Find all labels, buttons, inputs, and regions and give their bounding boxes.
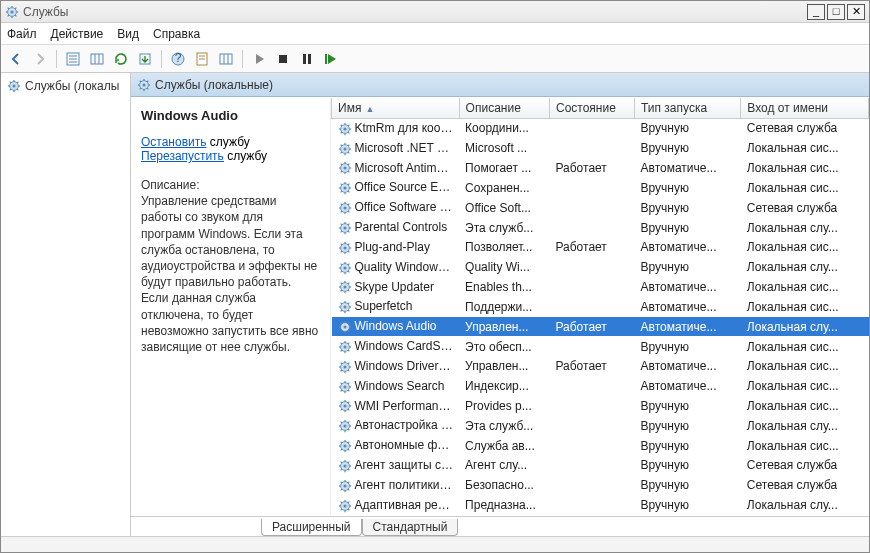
cell-state: Работает <box>549 237 634 257</box>
table-row[interactable]: Windows AudioУправлен...РаботаетАвтомати… <box>332 317 869 337</box>
table-row[interactable]: Автонастройка W...Эта служб...ВручнуюЛок… <box>332 416 869 436</box>
stop-service-link[interactable]: Остановить <box>141 135 207 149</box>
gear-icon <box>338 380 352 394</box>
cell-description: Служба ав... <box>459 436 549 456</box>
cell-startup: Вручную <box>635 456 741 476</box>
help-button[interactable] <box>167 48 189 70</box>
columns-button[interactable] <box>86 48 108 70</box>
cell-state: Работает <box>549 317 634 337</box>
table-row[interactable]: SuperfetchПоддержи...Автоматиче...Локаль… <box>332 297 869 317</box>
menubar: Файл Действие Вид Справка <box>1 23 869 45</box>
gear-icon <box>137 78 151 92</box>
cell-startup: Вручную <box>635 119 741 139</box>
restart-service-link[interactable]: Перезапустить <box>141 149 224 163</box>
tree-item-services[interactable]: Службы (локалы <box>5 77 126 95</box>
cell-description: Provides p... <box>459 396 549 416</box>
gear-icon <box>338 161 352 175</box>
statusbar <box>1 536 869 553</box>
menu-view[interactable]: Вид <box>117 27 139 41</box>
cell-state <box>549 257 634 277</box>
sort-asc-icon: ▲ <box>365 104 374 114</box>
cell-startup: Вручную <box>635 257 741 277</box>
stop-service-button[interactable] <box>272 48 294 70</box>
table-row[interactable]: Plug-and-PlayПозволяет...РаботаетАвтомат… <box>332 237 869 257</box>
cell-startup: Автоматиче... <box>635 158 741 178</box>
cell-name: Агент политики I... <box>355 478 457 492</box>
show-hide-tree-button[interactable] <box>62 48 84 70</box>
details-panel: Windows Audio Остановить службу Перезапу… <box>131 98 331 516</box>
cell-description: Предназна... <box>459 495 549 515</box>
content-header: Службы (локальные) <box>131 73 869 97</box>
cell-state <box>549 475 634 495</box>
cell-description: Безопасно... <box>459 475 549 495</box>
cell-state: Работает <box>549 356 634 376</box>
gear-icon <box>338 221 352 235</box>
column-state[interactable]: Состояние <box>549 98 634 119</box>
table-row[interactable]: Агент защиты сет...Агент слу...ВручнуюСе… <box>332 456 869 476</box>
table-row[interactable]: Quality Windows ...Quality Wi...ВручнуюЛ… <box>332 257 869 277</box>
table-row[interactable]: Microsoft Antimal...Помогает ...Работает… <box>332 158 869 178</box>
menu-help[interactable]: Справка <box>153 27 200 41</box>
cell-description: Enables th... <box>459 277 549 297</box>
gear-icon <box>338 320 352 334</box>
tab-standard[interactable]: Стандартный <box>362 519 459 536</box>
cell-description: Агент слу... <box>459 456 549 476</box>
menu-action[interactable]: Действие <box>51 27 104 41</box>
column-startup[interactable]: Тип запуска <box>635 98 741 119</box>
start-service-button[interactable] <box>248 48 270 70</box>
minimize-button[interactable]: _ <box>807 4 825 20</box>
cell-startup: Вручную <box>635 178 741 198</box>
cell-state <box>549 456 634 476</box>
gear-icon <box>7 79 21 93</box>
menu-file[interactable]: Файл <box>7 27 37 41</box>
gear-icon <box>338 300 352 314</box>
cell-state <box>549 277 634 297</box>
cell-logon: Локальная слу... <box>741 218 869 238</box>
table-row[interactable]: Microsoft .NET Fr...Microsoft ...Вручную… <box>332 138 869 158</box>
cell-name: Plug-and-Play <box>355 240 430 254</box>
cell-name: KtmRm для коор... <box>355 121 458 135</box>
gear-icon <box>338 419 352 433</box>
table-row[interactable]: Office Software Pr...Office Soft...Вручн… <box>332 198 869 218</box>
cell-startup: Вручную <box>635 436 741 456</box>
tab-extended[interactable]: Расширенный <box>261 519 362 536</box>
refresh-button[interactable] <box>110 48 132 70</box>
cell-logon: Локальная сис... <box>741 178 869 198</box>
table-row[interactable]: Windows Driver F...Управлен...РаботаетАв… <box>332 356 869 376</box>
cell-name: Windows Audio <box>355 319 437 333</box>
column-logon[interactable]: Вход от имени <box>741 98 869 119</box>
back-button[interactable] <box>5 48 27 70</box>
table-row[interactable]: Агент политики I...Безопасно...ВручнуюСе… <box>332 475 869 495</box>
table-row[interactable]: Skype UpdaterEnables th...Автоматиче...Л… <box>332 277 869 297</box>
service-list[interactable]: Имя▲ Описание Состояние Тип запуска Вход… <box>331 98 869 516</box>
table-row[interactable]: Office Source Eng...Сохранен...ВручнуюЛо… <box>332 178 869 198</box>
export-button[interactable] <box>134 48 156 70</box>
column-description[interactable]: Описание <box>459 98 549 119</box>
cell-logon: Сетевая служба <box>741 198 869 218</box>
close-button[interactable]: ✕ <box>847 4 865 20</box>
properties-button[interactable] <box>191 48 213 70</box>
pause-service-button[interactable] <box>296 48 318 70</box>
cell-name: Адаптивная регу... <box>355 498 457 512</box>
table-row[interactable]: Автономные фай...Служба ав...ВручнуюЛока… <box>332 436 869 456</box>
cell-logon: Локальная сис... <box>741 436 869 456</box>
cell-startup: Автоматиче... <box>635 297 741 317</box>
tree-panel: Службы (локалы <box>1 73 131 536</box>
table-row[interactable]: Windows SearchИндексир...Автоматиче...Ло… <box>332 376 869 396</box>
maximize-button[interactable]: □ <box>827 4 845 20</box>
column-name[interactable]: Имя▲ <box>332 98 460 119</box>
cell-name: Windows Search <box>355 379 445 393</box>
table-row[interactable]: Адаптивная регу...Предназна...ВручнуюЛок… <box>332 495 869 515</box>
table-row[interactable]: WMI Performance...Provides p...ВручнуюЛо… <box>332 396 869 416</box>
restart-service-button[interactable] <box>320 48 342 70</box>
cell-description: Эта служб... <box>459 218 549 238</box>
columns2-button[interactable] <box>215 48 237 70</box>
table-row[interactable]: KtmRm для коор...Координи...ВручнуюСетев… <box>332 119 869 139</box>
gear-icon <box>338 360 352 374</box>
separator <box>161 50 162 68</box>
cell-name: Windows CardSpa... <box>355 339 460 353</box>
cell-startup: Автоматиче... <box>635 376 741 396</box>
table-row[interactable]: Windows CardSpa...Это обесп...ВручнуюЛок… <box>332 337 869 357</box>
restart-suffix: службу <box>224 149 267 163</box>
table-row[interactable]: Parental ControlsЭта служб...ВручнуюЛока… <box>332 218 869 238</box>
